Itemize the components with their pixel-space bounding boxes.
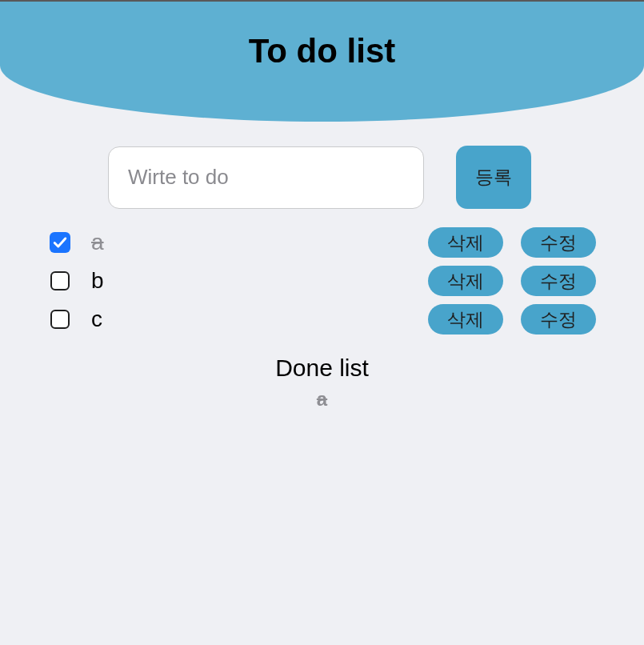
checkbox-checked-icon — [50, 232, 70, 253]
list-item: c 삭제 수정 — [48, 300, 596, 339]
item-label: a — [91, 230, 428, 255]
checkbox[interactable] — [50, 232, 70, 253]
content: 등록 a 삭제 수정 b 삭제 수정 — [0, 122, 644, 411]
list-item: b 삭제 수정 — [48, 262, 596, 300]
edit-button[interactable]: 수정 — [521, 227, 596, 258]
checkbox[interactable] — [50, 309, 70, 330]
edit-button[interactable]: 수정 — [521, 304, 596, 335]
row-actions: 삭제 수정 — [428, 266, 596, 296]
done-title: Done list — [48, 355, 596, 382]
edit-button[interactable]: 수정 — [521, 266, 596, 296]
delete-button[interactable]: 삭제 — [428, 304, 503, 335]
checkbox[interactable] — [50, 270, 70, 291]
item-label: c — [91, 306, 428, 332]
delete-button[interactable]: 삭제 — [428, 227, 503, 258]
item-label: b — [91, 268, 428, 294]
todo-list: a 삭제 수정 b 삭제 수정 c 삭제 수정 — [48, 223, 596, 339]
row-actions: 삭제 수정 — [428, 304, 596, 335]
checkbox-unchecked-icon — [50, 271, 70, 290]
done-section: Done list a — [48, 355, 596, 411]
row-actions: 삭제 수정 — [428, 227, 596, 258]
page-title: To do list — [249, 32, 396, 70]
list-item: a 삭제 수정 — [48, 223, 596, 262]
checkbox-unchecked-icon — [50, 310, 70, 329]
todo-input[interactable] — [108, 146, 424, 209]
register-button[interactable]: 등록 — [456, 146, 531, 209]
header: To do list — [0, 2, 644, 122]
done-item: a — [48, 388, 596, 411]
input-row: 등록 — [48, 146, 596, 209]
delete-button[interactable]: 삭제 — [428, 266, 503, 296]
